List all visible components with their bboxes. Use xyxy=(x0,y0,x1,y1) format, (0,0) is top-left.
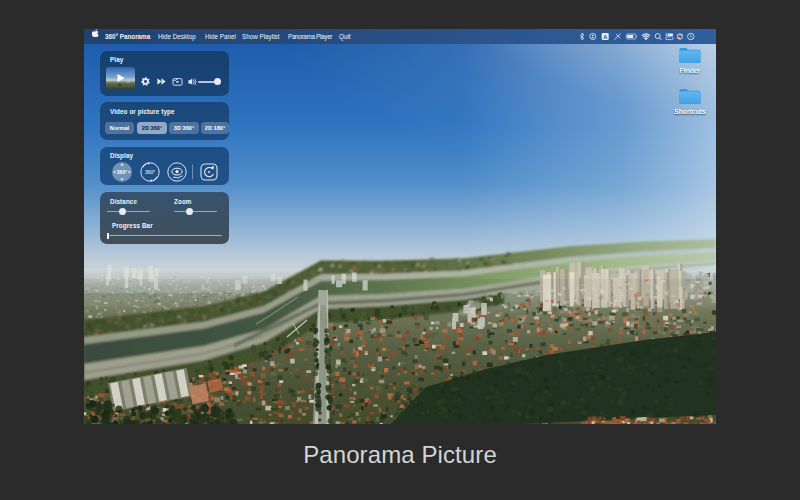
svg-text:360°: 360° xyxy=(117,169,127,175)
svg-text:360°: 360° xyxy=(145,170,155,175)
svg-text:A: A xyxy=(603,34,607,40)
